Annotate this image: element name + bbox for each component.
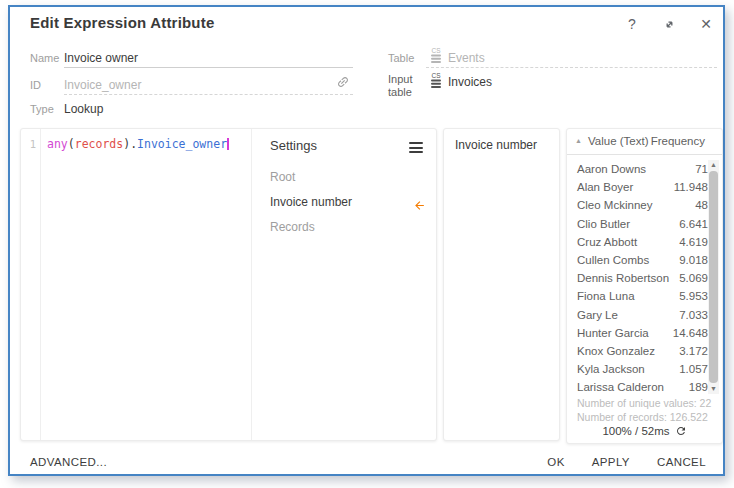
line-number: 1 [30,138,36,150]
value-cell: Gary Le [577,309,618,321]
values-scrollbar[interactable]: ▲ ▼ [708,160,719,394]
cs-table-icon: CS [429,72,443,89]
input-table-label: Input table [388,73,428,99]
frequency-cell: 14.648 [673,327,708,339]
id-input[interactable]: Invoice_owner [64,78,141,92]
sample-percent: 100% / 52ms [602,425,669,437]
value-row[interactable]: Cruz Abbott4.619 [577,233,708,251]
value-row[interactable]: Hunter Garcia14.648 [577,324,708,342]
frequency-cell: 4.619 [679,236,708,248]
dialog-title: Edit Expression Attribute [30,14,214,31]
id-label: ID [30,79,41,91]
expand-icon[interactable] [658,15,680,33]
settings-panel: Settings RootInvoice numberRecords [251,129,438,440]
values-stats: Number of unique values: 22 Number of re… [577,396,711,424]
value-cell: Larissa Calderon [577,381,664,393]
frequency-cell: 189 [689,381,708,393]
settings-items: RootInvoice numberRecords [252,165,438,240]
code-paren: ( [68,137,75,151]
input-table-value[interactable]: Invoices [448,75,492,89]
value-row[interactable]: Clio Butler6.641 [577,215,708,233]
frequency-cell: 11.948 [674,181,708,193]
scroll-up-icon[interactable]: ▲ [710,160,717,170]
frequency-column-header[interactable]: Frequency [651,135,705,147]
sample-status: 100% / 52ms [567,425,722,437]
refresh-icon[interactable] [675,425,687,437]
sort-ascending-icon[interactable]: ▲ [575,137,582,144]
id-underline [64,94,353,95]
value-cell: Dennis Robertson [577,272,669,284]
value-cell: Fiona Luna [577,290,635,302]
value-rows: Aaron Downs71Alan Boyer11.948Cleo Mckinn… [577,160,708,396]
values-header: ▲ Value (Text) Frequency [567,129,722,155]
name-label: Name [30,52,59,64]
value-cell: Aaron Downs [577,163,646,175]
value-cell: Cullen Combs [577,254,649,266]
text-cursor [227,138,229,150]
value-row[interactable]: Dennis Robertson5.069 [577,269,708,287]
value-row[interactable]: Kyla Jackson1.057 [577,360,708,378]
frequency-cell: 6.641 [679,218,708,230]
value-cell: Cleo Mckinney [577,199,652,211]
cancel-button[interactable]: CANCEL [657,456,706,468]
svg-text:CS: CS [431,47,441,54]
settings-item-records[interactable]: Records [252,215,438,240]
value-cell: Hunter Garcia [577,327,649,339]
frequency-cell: 5.953 [679,290,708,302]
frequency-cell: 1.057 [679,363,708,375]
value-row[interactable]: Cleo Mckinney48 [577,196,708,214]
value-cell: Knox Gonzalez [577,345,655,357]
table-underline [426,67,717,68]
footer-actions: OK APPLY CANCEL [547,456,706,468]
code-property: Invoice_owner [137,137,227,151]
type-value[interactable]: Lookup [64,102,103,116]
value-cell: Kyla Jackson [577,363,645,375]
apply-button[interactable]: APPLY [592,456,630,468]
ok-button[interactable]: OK [547,456,564,468]
table-value[interactable]: Events [448,51,485,65]
value-row[interactable]: Cullen Combs9.018 [577,251,708,269]
value-cell: Alan Boyer [577,181,633,193]
settings-item-root[interactable]: Root [252,165,438,190]
settings-item-invoice-number[interactable]: Invoice number [252,190,438,215]
type-label: Type [30,103,54,115]
edit-expression-attribute-dialog: Edit Expression Attribute ? ✕ Name Invoi… [8,5,725,476]
value-cell: Cruz Abbott [577,236,637,248]
value-row[interactable]: Alan Boyer11.948 [577,178,708,196]
value-row[interactable]: Fiona Luna5.953 [577,287,708,305]
svg-text:CS: CS [431,72,441,79]
values-card: ▲ Value (Text) Frequency Aaron Downs71Al… [566,128,723,444]
code-argument: records [75,137,123,151]
settings-title: Settings [270,138,317,153]
window-controls: ? ✕ [621,15,717,33]
hamburger-icon[interactable] [409,142,423,156]
name-underline [64,67,353,68]
preview-title: Invoice number [455,138,537,152]
link-icon[interactable] [336,75,350,93]
cs-table-icon: CS [429,47,443,64]
frequency-cell: 71 [695,163,708,175]
value-row[interactable]: Gary Le7.033 [577,306,708,324]
advanced-button[interactable]: ADVANCED... [30,456,107,468]
frequency-cell: 5.069 [679,272,708,284]
value-row[interactable]: Larissa Calderon189 [577,378,708,396]
value-cell: Clio Butler [577,218,630,230]
table-label: Table [388,52,414,64]
name-input[interactable]: Invoice owner [64,51,138,65]
close-icon[interactable]: ✕ [695,15,717,33]
value-row[interactable]: Aaron Downs71 [577,160,708,178]
help-icon[interactable]: ? [621,15,643,33]
value-row[interactable]: Knox Gonzalez3.172 [577,342,708,360]
frequency-cell: 9.018 [679,254,708,266]
frequency-cell: 7.033 [679,309,708,321]
frequency-cell: 48 [695,199,708,211]
frequency-cell: 3.172 [679,345,708,357]
scroll-down-icon[interactable]: ▼ [710,384,717,394]
value-column-header[interactable]: Value (Text) [588,135,649,147]
unique-values-stat: Number of unique values: 22 [577,396,711,410]
editor-gutter: 1 [21,129,41,440]
scrollbar-thumb[interactable] [709,171,718,383]
code-function: any [47,137,68,151]
expression-code-input[interactable]: any(records).Invoice_owner [47,137,229,151]
preview-card: Invoice number [443,128,560,441]
